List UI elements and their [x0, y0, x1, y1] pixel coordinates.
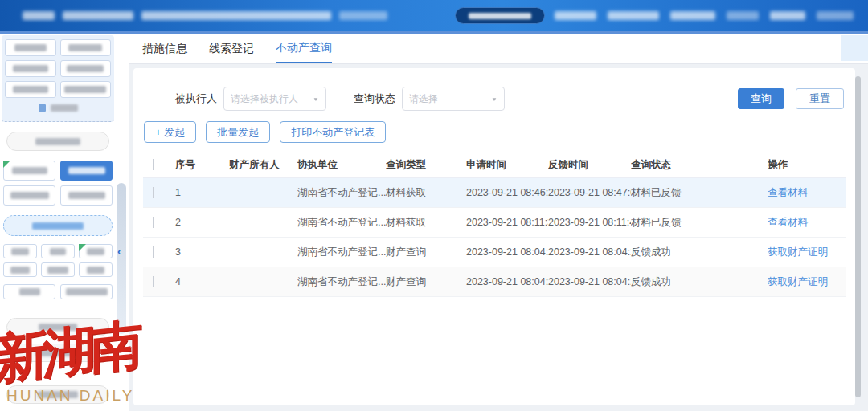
redacted-text: [63, 11, 133, 20]
tab-measure-info[interactable]: 措施信息: [142, 35, 187, 63]
chevron-down-icon: ▼: [491, 96, 497, 101]
get-property-cert-link[interactable]: 获取财产证明: [768, 246, 828, 258]
status-label: 查询状态: [354, 92, 395, 106]
sidebar-button[interactable]: [3, 185, 55, 206]
header-menu-redacted[interactable]: [555, 11, 854, 20]
cell-type: 材料获取: [386, 186, 466, 200]
select-all-checkbox[interactable]: [153, 159, 154, 170]
sidebar-pill-button[interactable]: [6, 132, 109, 151]
redacted-menu-item[interactable]: [555, 11, 596, 20]
col-unit: 协执单位: [297, 158, 386, 172]
sidebar-button[interactable]: [3, 284, 55, 299]
vertical-scrollbar[interactable]: [855, 76, 861, 397]
sidebar-dashed-pill[interactable]: [3, 215, 113, 236]
redacted-menu-item[interactable]: [727, 11, 759, 20]
print-registration-button[interactable]: 打印不动产登记表: [280, 121, 386, 143]
tab-clue-register[interactable]: 线索登记: [209, 35, 254, 63]
redacted-text: [87, 248, 104, 255]
sidebar-button[interactable]: [5, 81, 56, 98]
cell-type: 财产查询: [386, 275, 466, 289]
sidebar-button-active[interactable]: [60, 161, 113, 181]
redacted-text: [32, 222, 84, 230]
sidebar-button[interactable]: [60, 81, 112, 98]
cell-apply-time: 2023-09-21 08:11:38: [466, 217, 548, 228]
redacted-text: [68, 44, 102, 51]
corner-badge-icon: [3, 161, 10, 168]
redacted-menu-item[interactable]: [670, 11, 715, 20]
table-row: 1 湖南省不动产登记... 材料获取 2023-09-21 08:46:58 2…: [143, 178, 846, 208]
table-row: 3 湖南省不动产登记... 财产查询 2023-09-21 08:04:12 2…: [143, 238, 846, 267]
row-checkbox[interactable]: [153, 187, 154, 198]
sidebar-mini-checkbox[interactable]: [39, 104, 46, 112]
sidebar-panel-top: [2, 35, 114, 122]
cell-status: 反馈成功: [631, 275, 768, 289]
sidebar-button[interactable]: [5, 39, 56, 56]
header-title-redacted: [23, 11, 387, 20]
sidebar-button[interactable]: [79, 262, 113, 277]
sidebar-button[interactable]: [60, 284, 113, 299]
sidebar-button[interactable]: [60, 185, 113, 206]
row-checkbox[interactable]: [153, 217, 154, 228]
header-pill-button[interactable]: [455, 7, 545, 24]
redacted-text: [66, 288, 108, 295]
cell-type: 财产查询: [386, 246, 466, 259]
query-button[interactable]: 查询: [738, 88, 784, 109]
app-header: [0, 0, 868, 31]
redacted-text: [10, 192, 49, 199]
query-result-table: 序号 财产所有人 协执单位 查询类型 申请时间 反馈时间 查询状态 操作 1 湖…: [143, 152, 846, 297]
redacted-text: [67, 65, 104, 72]
sidebar-pill-button[interactable]: [6, 385, 109, 404]
sidebar-collapse-handle[interactable]: ‹: [117, 183, 126, 334]
filter-row: 被执行人 请选择被执行人 ▼ 查询状态 请选择 ▼ 查询 重置: [133, 87, 855, 111]
cell-feedback-time: 2023-09-21 08:04:21: [548, 246, 631, 258]
cell-feedback-time: 2023-09-21 08:11:44: [548, 217, 631, 228]
sidebar-button[interactable]: [3, 244, 37, 258]
cell-unit: 湖南省不动产登记...: [297, 275, 386, 289]
collapse-chevron-icon: ‹: [117, 246, 121, 257]
table-row: 4 湖南省不动产登记... 财产查询 2023-09-21 08:04:12 2…: [143, 267, 846, 297]
sidebar-grid-2x2: [3, 161, 113, 206]
sidebar-button[interactable]: [5, 60, 56, 77]
redacted-text: [38, 391, 78, 398]
tab-real-estate-query[interactable]: 不动产查询: [276, 34, 332, 63]
initiate-button[interactable]: + 发起: [144, 121, 196, 143]
redacted-text: [50, 248, 66, 255]
sidebar-button[interactable]: [60, 60, 112, 77]
sidebar-row-buttons: [3, 284, 113, 299]
sidebar-button[interactable]: [41, 244, 75, 258]
view-material-link[interactable]: 查看材料: [768, 217, 808, 228]
cell-feedback-time: 2023-09-21 08:04:29: [548, 276, 631, 287]
redacted-text: [87, 267, 104, 274]
col-feedback-time: 反馈时间: [548, 158, 631, 172]
cell-seq: 2: [175, 217, 229, 228]
cell-seq: 4: [175, 276, 229, 287]
col-owner: 财产所有人: [229, 158, 297, 172]
view-material-link[interactable]: 查看材料: [768, 187, 808, 198]
sidebar-pill-button[interactable]: [6, 318, 109, 336]
get-property-cert-link[interactable]: 获取财产证明: [768, 276, 828, 287]
executee-select[interactable]: 请选择被执行人 ▼: [223, 87, 326, 111]
row-checkbox[interactable]: [153, 246, 154, 258]
sidebar-pill-button[interactable]: [6, 344, 109, 362]
sidebar-button[interactable]: [3, 262, 37, 277]
cell-unit: 湖南省不动产登记...: [297, 186, 386, 200]
redacted-text: [64, 86, 106, 93]
reset-button[interactable]: 重置: [796, 88, 844, 109]
tab-bar: 措施信息 线索登记 不动产查询: [129, 34, 868, 64]
redacted-menu-item[interactable]: [770, 11, 805, 20]
row-checkbox[interactable]: [153, 276, 154, 287]
status-placeholder: 请选择: [409, 92, 438, 106]
redacted-menu-item[interactable]: [608, 11, 659, 20]
sidebar-button[interactable]: [41, 262, 75, 277]
sidebar-button[interactable]: [3, 161, 55, 181]
redacted-text: [51, 104, 78, 112]
batch-initiate-button[interactable]: 批量发起: [206, 121, 270, 143]
sidebar-button[interactable]: [79, 244, 113, 258]
redacted-text: [10, 267, 30, 274]
col-type: 查询类型: [386, 158, 466, 172]
redacted-text: [12, 167, 47, 174]
status-select[interactable]: 请选择 ▼: [402, 87, 505, 111]
sidebar-button[interactable]: [60, 39, 112, 56]
redacted-menu-item[interactable]: [817, 11, 854, 20]
left-sidebar: ‹: [0, 34, 129, 411]
